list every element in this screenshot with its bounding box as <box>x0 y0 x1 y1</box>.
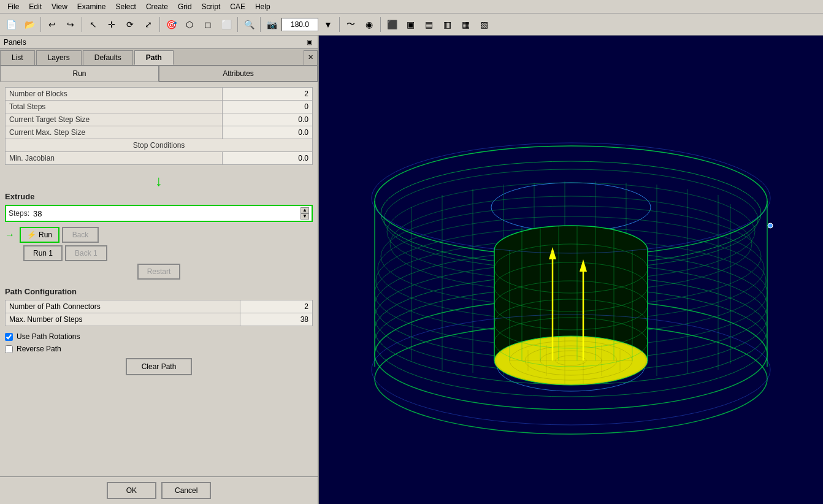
table-row-max-step: Current Max. Step Size 0.0 <box>6 126 313 139</box>
max-step-label: Current Max. Step Size <box>6 126 223 139</box>
toolbar-surface[interactable]: ◉ <box>361 16 378 33</box>
path-connectors-value: 2 <box>240 300 312 313</box>
viewport-svg <box>319 36 823 504</box>
panels-collapse[interactable]: ▣ <box>304 37 314 47</box>
toolbar-redo[interactable]: ↪ <box>62 16 79 33</box>
toolbar-block1[interactable]: ⬛ <box>383 16 400 33</box>
viewport[interactable] <box>319 36 823 504</box>
steps-up[interactable]: ▲ <box>300 207 309 213</box>
toolbar-sep3 <box>159 17 160 32</box>
toolbar-undo[interactable]: ↩ <box>44 16 61 33</box>
toolbar-select[interactable]: ↖ <box>85 16 102 33</box>
max-steps-value: 38 <box>240 313 312 326</box>
toolbar-sep4 <box>237 17 238 32</box>
toolbar-open[interactable]: 📂 <box>21 16 38 33</box>
tab-list[interactable]: List <box>0 50 35 65</box>
menu-edit[interactable]: Edit <box>24 1 47 12</box>
steps-label: Steps: <box>9 209 29 218</box>
sub-tab-run[interactable]: Run <box>0 66 159 82</box>
back-button[interactable]: Back <box>62 227 99 243</box>
stop-conditions-header-row: Stop Conditions <box>6 139 313 152</box>
restart-button[interactable]: Restart <box>137 264 181 280</box>
info-table: Number of Blocks 2 Total Steps 0 Current… <box>5 87 313 165</box>
use-path-rotations-label: Use Path Rotations <box>17 332 80 341</box>
toolbar-sep6 <box>339 17 340 32</box>
toolbar-sep1 <box>40 17 41 32</box>
use-path-rotations-checkbox[interactable] <box>5 333 13 341</box>
menu-select[interactable]: Select <box>111 1 141 12</box>
toolbar-sep5 <box>260 17 261 32</box>
toolbar: 📄 📂 ↩ ↪ ↖ ✛ ⟳ ⤢ 🎯 ⬡ ◻ ⬜ 🔍 📷 ▼ 〜 ◉ ⬛ ▣ ▤ … <box>0 13 823 36</box>
toolbar-block6[interactable]: ▧ <box>475 16 492 33</box>
toolbar-move[interactable]: ✛ <box>103 16 120 33</box>
menu-view[interactable]: View <box>47 1 72 12</box>
toolbar-rotate[interactable]: ⟳ <box>121 16 139 33</box>
toolbar-sep7 <box>380 17 381 32</box>
stop-conditions-header: Stop Conditions <box>6 139 313 152</box>
path-config-section: Path Configuration Number of Path Connec… <box>5 287 313 375</box>
tab-path[interactable]: Path <box>134 50 174 65</box>
toolbar-scale[interactable]: ⤢ <box>140 16 157 33</box>
menu-create[interactable]: Create <box>141 1 173 12</box>
path-config-table: Number of Path Connectors 2 Max. Number … <box>5 300 313 326</box>
tab-defaults[interactable]: Defaults <box>83 50 133 65</box>
total-steps-value: 0 <box>222 101 312 113</box>
tab-close-btn[interactable]: ✕ <box>304 50 318 65</box>
menu-help[interactable]: Help <box>250 1 275 12</box>
menu-file[interactable]: File <box>2 1 24 12</box>
run1-button[interactable]: Run 1 <box>23 245 63 261</box>
toolbar-rot-dropdown[interactable]: ▼ <box>320 16 337 33</box>
toolbar-block4[interactable]: ▥ <box>438 16 456 33</box>
menu-cae[interactable]: CAE <box>225 1 250 12</box>
path-connectors-label: Number of Path Connectors <box>6 300 240 313</box>
ok-button[interactable]: OK <box>107 482 156 499</box>
menu-examine[interactable]: Examine <box>72 1 111 12</box>
run1-back1-row: Run 1 Back 1 <box>5 245 313 261</box>
toolbar-domain[interactable]: ◻ <box>199 16 216 33</box>
restart-row: Restart <box>5 264 313 280</box>
menu-script[interactable]: Script <box>197 1 226 12</box>
tab-layers[interactable]: Layers <box>36 50 82 65</box>
panel-tabs: List Layers Defaults Path ✕ <box>0 49 318 66</box>
clear-path-button[interactable]: Clear Path <box>126 358 193 375</box>
panel-content: Number of Blocks 2 Total Steps 0 Current… <box>0 82 318 476</box>
lightning-icon: ⚡ <box>27 231 36 239</box>
left-panel: Panels ▣ List Layers Defaults Path ✕ Run… <box>0 36 319 504</box>
arrow-right-icon: → <box>5 229 15 240</box>
min-jacobian-value: 0.0 <box>222 152 312 165</box>
sub-tab-attributes[interactable]: Attributes <box>159 66 318 82</box>
back1-button[interactable]: Back 1 <box>65 245 107 261</box>
reverse-path-row: Reverse Path <box>5 345 313 353</box>
run-label: Run <box>39 231 52 239</box>
toolbar-new[interactable]: 📄 <box>2 16 20 33</box>
toolbar-curve[interactable]: 〜 <box>342 16 359 33</box>
path-config-label: Path Configuration <box>5 287 313 296</box>
target-step-value: 0.0 <box>222 113 312 126</box>
toolbar-mesh[interactable]: ⬡ <box>181 16 198 33</box>
menu-grid[interactable]: Grid <box>173 1 197 12</box>
toolbar-camera-icon[interactable]: 📷 <box>263 16 280 33</box>
target-step-label: Current Target Step Size <box>6 113 223 126</box>
panels-header: Panels ▣ <box>0 36 318 49</box>
toolbar-snap[interactable]: 🎯 <box>163 16 180 33</box>
sub-tabs: Run Attributes <box>0 66 318 82</box>
run-button[interactable]: ⚡ Run <box>20 227 59 243</box>
rotation-input[interactable] <box>281 18 318 31</box>
reverse-path-checkbox[interactable] <box>5 345 13 353</box>
steps-row: Steps: ▲ ▼ <box>5 205 313 222</box>
table-row-total-steps: Total Steps 0 <box>6 101 313 113</box>
steps-input[interactable] <box>33 209 300 218</box>
toolbar-connector[interactable]: ⬜ <box>218 16 235 33</box>
toolbar-block5[interactable]: ▦ <box>457 16 474 33</box>
toolbar-examine[interactable]: 🔍 <box>240 16 258 33</box>
bottom-buttons: OK Cancel <box>0 476 318 504</box>
extrude-label: Extrude <box>5 192 313 201</box>
table-row-min-jacobian: Min. Jacobian 0.0 <box>6 152 313 165</box>
cancel-button[interactable]: Cancel <box>161 482 211 499</box>
table-row-num-blocks: Number of Blocks 2 <box>6 88 313 101</box>
toolbar-block3[interactable]: ▤ <box>420 16 437 33</box>
toolbar-block2[interactable]: ▣ <box>402 16 419 33</box>
toolbar-sep2 <box>82 17 82 32</box>
steps-down[interactable]: ▼ <box>300 213 309 220</box>
use-path-rotations-row: Use Path Rotations <box>5 332 313 341</box>
